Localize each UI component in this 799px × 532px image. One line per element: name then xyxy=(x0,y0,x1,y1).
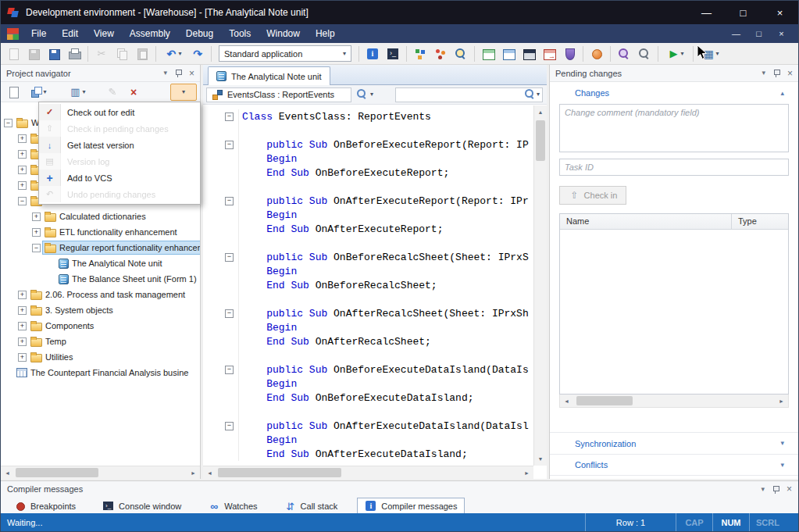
code-line[interactable] xyxy=(203,292,533,306)
navigator-hscrollbar[interactable] xyxy=(1,466,200,479)
grid-column-type[interactable]: Type xyxy=(732,214,788,229)
undo-button[interactable] xyxy=(160,45,187,63)
menu-tools[interactable]: Tools xyxy=(221,24,259,43)
scroll-right-icon[interactable] xyxy=(187,466,200,480)
console-button[interactable] xyxy=(383,45,402,63)
output-tab-watches[interactable]: Watches xyxy=(201,498,264,515)
scroll-track[interactable] xyxy=(534,119,547,452)
code-line[interactable]: public Sub OnBeforeExecuteReport(Report:… xyxy=(203,137,533,152)
menu-window[interactable]: Window xyxy=(259,24,308,43)
code-line[interactable]: End Sub OnAfterRecalcSheet; xyxy=(203,334,533,348)
menu-edit[interactable]: Edit xyxy=(54,24,86,43)
copy-button[interactable] xyxy=(112,45,131,63)
menu-debug[interactable]: Debug xyxy=(178,24,221,43)
chevron-down-icon[interactable] xyxy=(537,91,540,98)
editor-vscrollbar[interactable] xyxy=(533,105,547,466)
data-import-button[interactable] xyxy=(540,45,558,63)
tree-expander-icon[interactable] xyxy=(18,322,27,330)
paste-button[interactable] xyxy=(133,45,152,63)
fold-collapse-icon[interactable] xyxy=(225,112,234,121)
tools-menu-button[interactable] xyxy=(697,45,724,63)
member-combo[interactable]: EventsClass : ReportEvents xyxy=(206,87,351,102)
cut-button[interactable] xyxy=(92,45,111,63)
fold-collapse-icon[interactable] xyxy=(225,422,234,430)
change-comment-input[interactable] xyxy=(559,104,789,152)
fold-collapse-icon[interactable] xyxy=(225,141,234,149)
scroll-thumb[interactable] xyxy=(576,396,633,405)
menu-item-add-to-vcs[interactable]: Add to VCS xyxy=(39,170,200,186)
code-line[interactable]: Begin xyxy=(203,320,533,334)
mdi-close-button[interactable] xyxy=(771,26,792,41)
code-area[interactable]: Class EventsClass: ReportEvents public S… xyxy=(203,105,533,466)
menu-item-check-out-for-edit[interactable]: Check out for edit xyxy=(39,104,200,120)
save-module-button[interactable] xyxy=(45,45,63,63)
tree-expander-icon[interactable] xyxy=(18,337,27,346)
tree-expander-icon[interactable] xyxy=(32,228,41,237)
tree-expander-icon[interactable] xyxy=(18,353,27,362)
tree-item-etl-functionality-enhancement[interactable]: ETL functionality enhancement xyxy=(1,224,200,240)
statusbar-toggle-cap[interactable]: CAP xyxy=(676,518,712,527)
code-line[interactable] xyxy=(203,236,533,250)
menu-item-get-latest-version[interactable]: Get latest version xyxy=(39,137,200,153)
edit-object-button[interactable] xyxy=(103,84,122,101)
code-line[interactable]: End Sub OnBeforeExecuteDataIsland; xyxy=(203,391,533,405)
scroll-left-icon[interactable] xyxy=(1,466,14,480)
code-line[interactable]: End Sub OnAfterExecuteDataIsland; xyxy=(203,447,533,461)
print-button[interactable] xyxy=(65,45,84,63)
tree-item-the-analytical-note-unit[interactable]: The Analytical Note unit xyxy=(1,255,200,271)
tree-item-3-system-objects[interactable]: 3. System objects xyxy=(1,302,200,318)
scroll-right-icon[interactable] xyxy=(775,395,788,408)
check-in-button[interactable]: Check in xyxy=(559,186,626,205)
scroll-track[interactable] xyxy=(216,466,520,479)
panel-menu-icon[interactable] xyxy=(163,70,167,77)
statusbar-toggle-scrl[interactable]: SCRL xyxy=(750,518,786,527)
code-line[interactable]: End Sub OnBeforeExecuteReport; xyxy=(203,166,533,180)
panel-menu-icon[interactable] xyxy=(762,70,765,77)
minimize-button[interactable] xyxy=(688,1,725,24)
member-search-button[interactable] xyxy=(354,87,376,102)
scroll-left-icon[interactable] xyxy=(560,395,573,408)
maximize-button[interactable] xyxy=(725,1,762,24)
filter-button[interactable] xyxy=(64,84,91,101)
tree-expander-icon[interactable] xyxy=(18,306,27,315)
tree-item-calculated-dictionaries[interactable]: Calculated dictionaries xyxy=(1,209,200,224)
platform-info-button[interactable] xyxy=(363,45,382,63)
panel-menu-icon[interactable] xyxy=(761,486,765,493)
code-line[interactable] xyxy=(203,348,533,362)
tree-item-regular-report-functionality-enhancer[interactable]: Regular report functionality enhancer xyxy=(1,240,200,255)
dictionaries-button[interactable] xyxy=(499,45,518,63)
output-tab-compiler-messages[interactable]: Compiler messages xyxy=(357,498,465,515)
tree-item-components[interactable]: Components xyxy=(1,318,200,334)
tree-expander-icon[interactable] xyxy=(18,291,27,299)
find-object-button[interactable] xyxy=(451,45,470,63)
statusbar-toggle-num[interactable]: NUM xyxy=(713,518,749,527)
pin-icon[interactable] xyxy=(174,69,182,77)
scroll-up-icon[interactable] xyxy=(534,105,548,119)
close-panel-icon[interactable] xyxy=(787,484,792,494)
fold-collapse-icon[interactable] xyxy=(225,366,234,374)
menu-view[interactable]: View xyxy=(86,24,122,43)
close-button[interactable] xyxy=(762,1,798,24)
output-tab-call-stack[interactable]: Call stack xyxy=(277,498,345,515)
task-id-input[interactable] xyxy=(559,159,789,176)
grid-body[interactable] xyxy=(560,230,788,394)
new-button[interactable] xyxy=(4,45,23,63)
section-synchronization[interactable]: Synchronization xyxy=(550,432,798,454)
create-object-button[interactable] xyxy=(4,84,23,101)
mdi-minimize-button[interactable] xyxy=(726,26,747,41)
fold-collapse-icon[interactable] xyxy=(225,197,234,205)
grid-column-name[interactable]: Name xyxy=(560,214,732,229)
code-line[interactable]: Begin xyxy=(203,208,533,222)
search-input[interactable] xyxy=(398,90,524,99)
code-line[interactable]: public Sub OnAfterExecuteDataIsland(Data… xyxy=(203,419,533,433)
section-conflicts[interactable]: Conflicts xyxy=(550,454,798,476)
redo-button[interactable] xyxy=(188,45,207,63)
menu-file[interactable]: File xyxy=(23,24,54,43)
save-button[interactable] xyxy=(24,45,43,63)
security-button[interactable] xyxy=(560,45,579,63)
code-line[interactable] xyxy=(203,180,533,194)
tree-expander-icon[interactable] xyxy=(32,244,41,252)
code-line[interactable] xyxy=(203,123,533,137)
scroll-track[interactable] xyxy=(573,395,775,407)
help-button[interactable] xyxy=(587,45,606,63)
